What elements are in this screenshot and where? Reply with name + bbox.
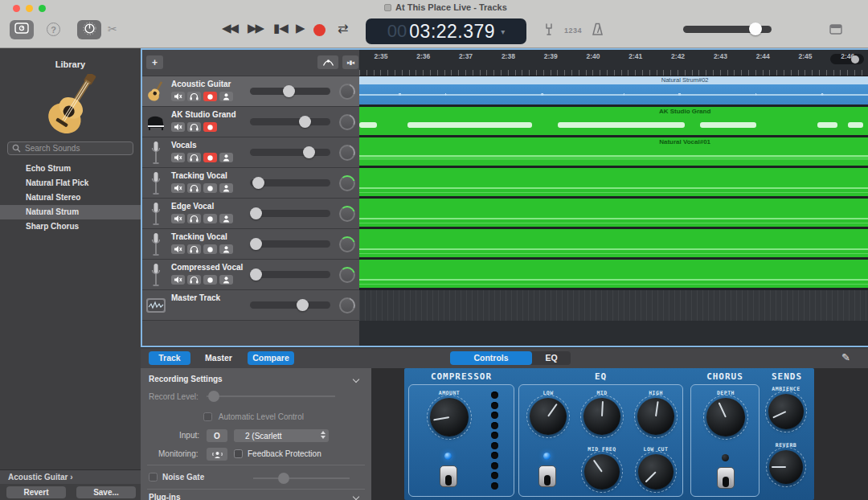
save-button[interactable]: Save... (76, 486, 136, 498)
forward-button[interactable]: ▶▶ (248, 21, 263, 35)
knob-dial[interactable] (430, 398, 469, 436)
monitor-button[interactable] (219, 92, 233, 101)
track-header[interactable]: Compressed Vocal (142, 260, 359, 290)
monitor-button[interactable] (219, 244, 233, 254)
library-toggle-button[interactable] (10, 20, 34, 39)
knob-ambience[interactable]: AMBIENCE (768, 386, 804, 429)
edit-pencil-icon[interactable]: ✎ (841, 351, 850, 363)
knob-dial[interactable] (584, 454, 620, 490)
record-button[interactable] (203, 92, 217, 101)
volume-knob[interactable] (252, 177, 264, 189)
volume-knob[interactable] (250, 238, 262, 250)
knob-high[interactable]: HIGH (637, 390, 674, 435)
knob-dial[interactable] (706, 398, 745, 436)
compressor-toggle[interactable] (440, 465, 457, 487)
chevron-down-icon[interactable] (353, 494, 359, 500)
tab-master[interactable]: Master (196, 351, 241, 365)
library-item[interactable]: Sharp Chorus (0, 219, 141, 234)
knob-dial[interactable] (583, 398, 620, 435)
automation-button[interactable] (317, 55, 338, 69)
pan-knob[interactable] (339, 297, 355, 314)
record-button[interactable] (203, 122, 217, 132)
volume-knob[interactable] (303, 146, 315, 158)
auto-level-checkbox[interactable] (203, 412, 212, 421)
headphones-button[interactable] (187, 183, 201, 193)
monitor-button[interactable] (219, 275, 233, 285)
knob-dial[interactable] (637, 398, 674, 435)
pan-knob[interactable] (339, 114, 355, 130)
region[interactable]: AK Studio Grand (359, 107, 868, 137)
volume-slider[interactable] (250, 240, 330, 248)
region[interactable] (359, 260, 868, 290)
cycle-button[interactable]: ⇄ (338, 21, 348, 36)
track-header[interactable]: Master Track (142, 290, 359, 321)
record-button[interactable] (203, 244, 217, 254)
monitor-button[interactable] (219, 183, 233, 193)
close-window-button[interactable] (13, 5, 20, 12)
knob-low-cut[interactable]: LOW CUT (638, 446, 674, 490)
knob-mid[interactable]: MID (583, 390, 620, 435)
rewind-button[interactable]: ◀◀ (222, 21, 237, 35)
tab-compare[interactable]: Compare (248, 351, 294, 365)
timeline-ruler[interactable]: 2:352:362:372:382:392:402:412:422:432:44… (359, 50, 868, 76)
editors-button[interactable]: ✂ (108, 23, 117, 35)
add-track-button[interactable]: + (146, 55, 163, 69)
knob-mid-freq[interactable]: MID FREQ (584, 446, 620, 490)
region[interactable] (359, 168, 868, 199)
pan-knob[interactable] (339, 206, 355, 222)
track-header[interactable]: Vocals (142, 137, 359, 168)
feedback-protection-checkbox[interactable] (234, 449, 243, 458)
input-select[interactable]: 2 (Scarlett (234, 429, 329, 442)
input-format-button[interactable]: O (207, 429, 227, 442)
mute-button[interactable] (171, 183, 185, 193)
track-header[interactable]: AK Studio Grand (142, 107, 359, 137)
revert-button[interactable]: Revert (6, 486, 66, 498)
smart-controls-button[interactable] (77, 20, 101, 39)
eq-toggle[interactable] (538, 465, 556, 487)
headphones-button[interactable] (187, 153, 201, 162)
minimize-window-button[interactable] (26, 5, 33, 12)
noise-gate-checkbox[interactable] (149, 473, 158, 482)
record-button[interactable] (203, 214, 217, 223)
library-item[interactable]: Natural Flat Pick (0, 176, 141, 191)
knob-dial[interactable] (638, 454, 674, 490)
count-in-button[interactable]: 1234 (564, 27, 582, 35)
pan-knob[interactable] (339, 236, 355, 252)
stepper-icons[interactable] (321, 431, 326, 439)
chorus-toggle[interactable] (717, 467, 735, 489)
headphones-button[interactable] (187, 92, 201, 101)
mute-button[interactable] (171, 122, 185, 132)
tab-controls[interactable]: Controls (450, 351, 532, 365)
volume-slider[interactable] (250, 179, 330, 186)
track-header[interactable]: Edge Vocal (142, 199, 359, 229)
record-button[interactable] (203, 275, 217, 285)
volume-knob[interactable] (250, 207, 262, 219)
headphones-button[interactable] (187, 275, 201, 285)
library-item[interactable]: Echo Strum (0, 162, 141, 176)
go-to-beginning-button[interactable]: ▮◀ (273, 21, 288, 35)
region[interactable] (359, 229, 868, 260)
volume-slider[interactable] (250, 88, 330, 95)
record-button[interactable] (203, 183, 217, 193)
lcd-chevron-icon[interactable]: ▾ (501, 27, 505, 36)
headphones-button[interactable] (187, 122, 201, 132)
tab-eq[interactable]: EQ (532, 351, 571, 365)
region[interactable] (359, 290, 868, 321)
play-button[interactable]: ▶ (296, 21, 304, 35)
region[interactable] (359, 199, 868, 229)
noise-gate-slider[interactable] (253, 477, 350, 479)
search-sounds-field[interactable] (7, 141, 133, 155)
headphones-button[interactable] (187, 244, 201, 254)
volume-knob[interactable] (299, 116, 311, 128)
chevron-down-icon[interactable] (353, 376, 359, 383)
pan-knob[interactable] (339, 175, 355, 191)
mute-button[interactable] (171, 153, 185, 162)
record-button[interactable] (203, 153, 217, 162)
volume-slider[interactable] (250, 271, 330, 278)
record-button[interactable] (313, 24, 326, 36)
monitoring-button[interactable] (207, 448, 227, 461)
tuner-icon[interactable] (543, 23, 555, 39)
mute-button[interactable] (171, 244, 185, 254)
browser-panel-icon[interactable] (829, 23, 842, 38)
monitor-button[interactable] (219, 214, 233, 223)
